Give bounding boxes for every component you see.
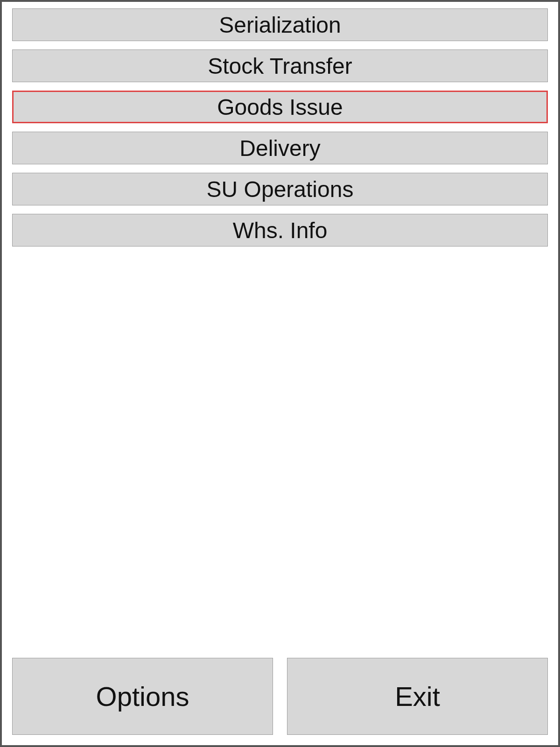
exit-button[interactable]: Exit: [287, 658, 548, 735]
app-frame: Serialization Stock Transfer Goods Issue…: [0, 0, 560, 747]
menu-item-stock-transfer[interactable]: Stock Transfer: [12, 49, 548, 82]
menu-item-label: Whs. Info: [233, 218, 328, 243]
menu-item-serialization[interactable]: Serialization: [12, 8, 548, 41]
menu-area: Serialization Stock Transfer Goods Issue…: [12, 8, 548, 658]
menu-item-delivery[interactable]: Delivery: [12, 132, 548, 164]
menu-item-label: Serialization: [219, 12, 341, 38]
menu-item-label: Stock Transfer: [208, 53, 352, 79]
footer-area: Options Exit: [12, 658, 548, 735]
menu-item-label: Delivery: [239, 135, 320, 161]
menu-item-label: SU Operations: [207, 176, 354, 202]
menu-item-su-operations[interactable]: SU Operations: [12, 173, 548, 205]
menu-item-label: Goods Issue: [217, 94, 343, 120]
options-button[interactable]: Options: [12, 658, 273, 735]
options-button-label: Options: [96, 681, 189, 712]
exit-button-label: Exit: [395, 681, 440, 712]
menu-item-whs-info[interactable]: Whs. Info: [12, 214, 548, 247]
menu-item-goods-issue[interactable]: Goods Issue: [12, 91, 548, 123]
